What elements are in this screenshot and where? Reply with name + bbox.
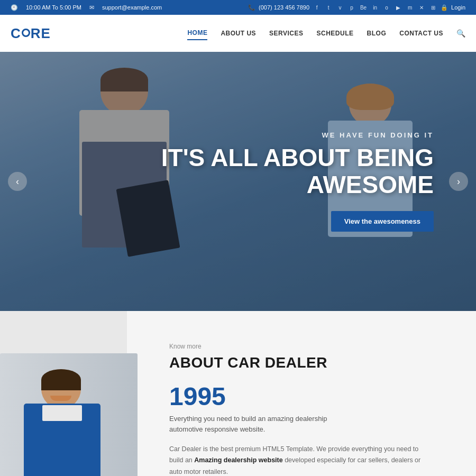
nav-about[interactable]: ABOUT US <box>221 27 256 40</box>
clock-icon: 🕙 <box>11 4 18 11</box>
slider-next-button[interactable]: › <box>449 172 468 191</box>
nav-blog[interactable]: BLOG <box>367 27 387 40</box>
about-section: Know more ABOUT CAR DEALER 1995 Everythi… <box>0 311 476 476</box>
about-tagline: Everything you need to build an amazing … <box>169 414 338 434</box>
instagram-icon[interactable]: o <box>382 3 391 12</box>
hero-title-line2: AWESOME <box>307 171 434 198</box>
hero-title: IT'S ALL ABOUT BEING AWESOME <box>161 144 434 198</box>
youtube-icon[interactable]: ▶ <box>394 3 402 12</box>
about-desc-bold: Amazing dealership website <box>194 456 282 464</box>
hero-slider: WE HAVE FUN DOING IT IT'S ALL ABOUT BEIN… <box>0 52 476 311</box>
nav-home[interactable]: HOME <box>187 26 207 40</box>
top-bar-left: 🕙 10:00 AM To 5:00 PM ✉ support@example.… <box>11 4 162 11</box>
about-image-column <box>0 343 148 476</box>
rss-icon[interactable]: ⊞ <box>429 3 437 12</box>
email-icon: ✉ <box>89 4 94 11</box>
behance-icon[interactable]: Be <box>359 3 368 12</box>
login-link[interactable]: Login <box>451 4 465 11</box>
hero-title-line1: IT'S ALL ABOUT BEING <box>161 144 434 171</box>
lock-icon: 🔒 <box>441 4 448 11</box>
pinterest-icon[interactable]: p <box>347 3 356 12</box>
hero-subheading: WE HAVE FUN DOING IT <box>161 131 434 139</box>
header: CRE HOME ABOUT US SERVICES SCHEDULE BLOG… <box>0 15 476 52</box>
about-title: ABOUT CAR DEALER <box>169 354 455 371</box>
hero-content: WE HAVE FUN DOING IT IT'S ALL ABOUT BEIN… <box>161 131 434 232</box>
twitter-icon[interactable]: t <box>324 3 333 12</box>
search-icon[interactable]: 🔍 <box>456 29 465 38</box>
phone-icon: 📞 <box>248 4 255 11</box>
linkedin-icon[interactable]: in <box>371 3 379 12</box>
logo-icon <box>22 29 30 37</box>
about-person-figure <box>0 353 138 476</box>
about-year: 1995 <box>169 382 455 411</box>
facebook-icon[interactable]: f <box>313 3 321 12</box>
know-more-label: Know more <box>169 343 455 350</box>
phone-number: (007) 123 456 7890 <box>259 4 309 11</box>
top-bar-right: 📞 (007) 123 456 7890 f t v p Be in o ▶ m… <box>248 3 465 12</box>
vimeo-icon[interactable]: v <box>336 3 344 12</box>
nav-contact[interactable]: CONTACT US <box>399 27 443 40</box>
business-hours: 10:00 AM To 5:00 PM <box>26 4 81 11</box>
navigation: HOME ABOUT US SERVICES SCHEDULE BLOG CON… <box>187 26 465 40</box>
xing-icon[interactable]: ✕ <box>417 3 426 12</box>
support-email: support@example.com <box>102 4 162 11</box>
myspace-icon[interactable]: m <box>406 3 414 12</box>
nav-services[interactable]: SERVICES <box>269 27 303 40</box>
about-content: Know more ABOUT CAR DEALER 1995 Everythi… <box>148 343 476 476</box>
top-bar: 🕙 10:00 AM To 5:00 PM ✉ support@example.… <box>0 0 476 15</box>
nav-schedule[interactable]: SCHEDULE <box>317 27 354 40</box>
slider-prev-button[interactable]: ‹ <box>8 172 27 191</box>
logo[interactable]: CRE <box>11 25 51 42</box>
about-description: Car Dealer is the best premium HTML5 Tem… <box>169 444 434 476</box>
hero-cta-button[interactable]: View the awesomeness <box>331 211 434 232</box>
